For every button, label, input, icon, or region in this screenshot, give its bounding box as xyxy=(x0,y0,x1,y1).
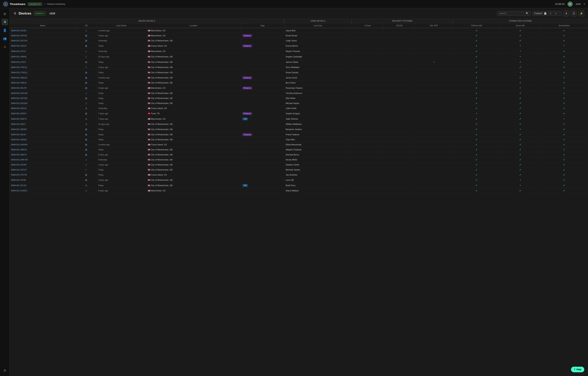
table-row[interactable]: BAM-001-0NKVW  Yesterday 🇬🇧 City of Wes… xyxy=(10,157,588,162)
table-row[interactable]: BAM-001-0P2NF  2 days ago 🇬🇧 City of We… xyxy=(10,162,588,167)
table-row[interactable]: BAM-001-02CGN ⊞ Yesterday 🇬🇧 City of Wes… xyxy=(10,38,588,43)
table-row[interactable]: BAM-001-0HKT4 Λ 7 days ago 🇺🇸 Manchester… xyxy=(10,116,588,122)
cell-intune xyxy=(352,75,384,80)
cell-last-online: 7 days ago xyxy=(96,111,146,116)
table-row[interactable]: BAM-001-08DUE ⊞ 4 weeks ago 🇬🇧 City of W… xyxy=(10,75,588,80)
table-row[interactable]: BAM-001-070UQ  2 days ago 🇬🇧 City of We… xyxy=(10,65,588,70)
table-row[interactable]: BAM-001-01PUD ⊞ 4 days ago 🇺🇸 Manchester… xyxy=(10,33,588,38)
save-icon[interactable]: 💾 xyxy=(544,12,548,15)
cell-last-online: 2 days ago xyxy=(96,65,146,70)
check-icon: ✓ xyxy=(563,189,565,192)
cell-tags xyxy=(241,101,284,106)
cell-name: BAM-001-0M2G1 xyxy=(10,147,76,152)
table-row[interactable]: BAM-001-0TLK4 Λ Today 🇬🇧 City of Westmin… xyxy=(10,183,588,188)
cell-sccm xyxy=(384,96,415,101)
cell-name: BAM-001-0MLT0 xyxy=(10,152,76,157)
device-table: DEVICE DETAILS USER DETAILS SECURITY SYS… xyxy=(10,19,588,193)
cell-azure-ad: • xyxy=(500,178,540,183)
table-row[interactable]: BAM-001-0015D  4 weeks ago 🇺🇸 Mancheste… xyxy=(10,28,588,33)
col-azure-ad[interactable]: Azure AD xyxy=(500,23,540,28)
col-os[interactable]: OS xyxy=(76,23,96,28)
check-icon: ✓ xyxy=(519,153,522,156)
col-location[interactable]: Location xyxy=(146,23,241,28)
table-row[interactable]: BAM-001-0SCFF  Today 🇬🇧 City of Westmin… xyxy=(10,167,588,172)
cell-location: 🇺🇸 Manchester, US xyxy=(146,85,241,91)
col-name[interactable]: Name xyxy=(10,23,76,28)
user-chevron-icon[interactable]: ▾ xyxy=(584,3,585,5)
cell-servicenow: ✓ xyxy=(540,188,588,193)
dropdown-icon[interactable]: ▾ xyxy=(555,12,560,15)
sandbox-badge[interactable]: Sandbox Fir xyxy=(28,2,42,6)
sidebar-item-devices[interactable]: 🖥 xyxy=(1,19,8,25)
sidebar-item-grid[interactable]: ⊞ xyxy=(1,10,8,17)
cell-last-user: William Matthews xyxy=(284,122,352,127)
cell-intune xyxy=(352,162,384,167)
search-input[interactable] xyxy=(499,12,524,15)
close-icon[interactable]: ✕ xyxy=(550,12,554,15)
cell-os: ⊞ xyxy=(76,38,96,43)
check-icon: ✓ xyxy=(475,102,478,105)
sidebar-item-alerts[interactable]: ⚠ xyxy=(1,43,8,50)
download-button[interactable]: ⬇ xyxy=(563,10,569,16)
search-box[interactable]: 🔍 xyxy=(497,11,531,16)
flash-button[interactable]: ⚡ xyxy=(578,10,584,16)
table-row[interactable]: BAM-001-09LYR ⊞ 6 days ago 🇺🇸 Manchester… xyxy=(10,85,588,91)
cell-name: BAM-001-0TI9R xyxy=(10,178,76,183)
avatar-initials: JT xyxy=(569,3,571,5)
table-row[interactable]: BAM-001-0TGT8 ⊞ Today 🇺🇸 Coney Island, U… xyxy=(10,172,588,178)
table-row[interactable]: BAM-001-0460N  10 days ago 🇬🇧 City of W… xyxy=(10,54,588,59)
cell-last-online: 3 days ago xyxy=(96,178,146,183)
active-chevron-icon: ▾ xyxy=(42,12,44,15)
custom-filter-box[interactable]: Custom* 💾 ✕ ▾ xyxy=(532,11,562,16)
check-icon: ✓ xyxy=(563,163,565,166)
avatar[interactable]: JT xyxy=(567,1,573,7)
sidebar-item-groups[interactable]: 👥 xyxy=(1,35,8,42)
table-row[interactable]: BAM-001-0MLT0 ⊞ 6 days ago 🇬🇧 City of We… xyxy=(10,152,588,157)
columns-button[interactable]: ☰ xyxy=(571,10,577,16)
cell-last-online: Today xyxy=(96,147,146,152)
col-servicenow[interactable]: ServiceNow xyxy=(540,23,588,28)
table-row[interactable]: BAM-001-0IEWX ⊞ Today 🇬🇧 City of Westmin… xyxy=(10,127,588,132)
check-icon: ✓ xyxy=(475,86,478,89)
cell-azure-ad: ✓ xyxy=(500,59,540,65)
table-row[interactable]: BAM-001-07WLQ ⊞ Today 🇬🇧 City of Westmin… xyxy=(10,70,588,75)
col-last-user[interactable]: Last User xyxy=(284,23,352,28)
table-row[interactable]: BAM-001-07IZU ⊞ Today 🇬🇧 City of Westmin… xyxy=(10,59,588,65)
table-row[interactable]: BAM-001-098UU ⊞ Today 🇬🇧 City of Westmin… xyxy=(10,80,588,85)
sidebar-item-user[interactable]: 👤 xyxy=(1,27,8,33)
table-row[interactable]: BAM-001-0DUDH  Today 🇬🇧 City of Westmin… xyxy=(10,101,588,106)
cell-last-user: Terry Whittaker xyxy=(284,65,352,70)
sidebar-item-settings[interactable]: ⚙ xyxy=(1,367,8,374)
active-filter-badge[interactable]: Active ▾ xyxy=(33,11,46,15)
col-onprem-ad[interactable]: OnPrem AD xyxy=(453,23,500,28)
table-row[interactable]: BAM-001-0E85V ⊞ 7 days ago 🇹🇳 Tunis, TN … xyxy=(10,111,588,116)
cell-name: BAM-001-0P2NF xyxy=(10,162,76,167)
table-row[interactable]: BAM-001-0E2U2 Λ Yesterday 🇺🇸 Coney Islan… xyxy=(10,106,588,111)
device-table-container[interactable]: DEVICE DETAILS USER DETAILS SECURITY SYS… xyxy=(10,19,588,376)
table-row[interactable]: BAM-001-0URD2  6 days ago 🇺🇸 Manchester… xyxy=(10,188,588,193)
logo[interactable]: ThreatAware xyxy=(3,1,26,7)
table-row[interactable]: BAM-001-0KEB3 ⊞ Today 🇬🇧 City of Westmin… xyxy=(10,137,588,142)
cell-last-user: Sophie Gregory xyxy=(284,111,352,116)
col-tags[interactable]: Tags xyxy=(241,23,284,28)
cell-last-online: 2 days ago xyxy=(96,162,146,167)
table-row[interactable]: BAM-001-0AXVM  Today 🇬🇧 City of Westmin… xyxy=(10,91,588,96)
col-sccm[interactable]: SCCM xyxy=(384,23,415,28)
cell-last-online: 6 days ago xyxy=(96,188,146,193)
col-last-online[interactable]: Last Online xyxy=(96,23,146,28)
clock: 22:08:18 xyxy=(555,3,565,5)
table-row[interactable]: BAM-001-0M2G1 ⊞ Today 🇬🇧 City of Westmin… xyxy=(10,147,588,152)
cell-onprem-ad: ✓ xyxy=(453,101,500,106)
col-def-atp[interactable]: Def. ATP xyxy=(415,23,453,28)
table-row[interactable]: BAM-001-0IK4U ⊞ Today 🇬🇧 City of Westmin… xyxy=(10,132,588,137)
cell-location: 🇬🇧 City of Westminster, GB xyxy=(146,75,241,80)
table-row[interactable]: BAM-001-0TI9R ⊞ 3 days ago 🇬🇧 City of We… xyxy=(10,178,588,183)
col-intune[interactable]: InTune xyxy=(352,23,384,28)
table-row[interactable]: BAM-001-032C5 ⊞ Today 🇺🇸 Coney Island, U… xyxy=(10,43,588,49)
os-windows-icon: ⊞ xyxy=(85,153,87,156)
table-row[interactable]: BAM-001-0I5C1 Λ 13 days ago 🇬🇧 City of W… xyxy=(10,122,588,127)
table-row[interactable]: BAM-001-0DTWZ ⊞ Today 🇬🇧 City of Westmin… xyxy=(10,96,588,101)
help-button[interactable]: ? Help xyxy=(571,367,584,372)
table-row[interactable]: BAM-001-0KW4H ⊞ 4 weeks ago 🇺🇸 Coney Isl… xyxy=(10,142,588,147)
table-row[interactable]: BAM-001-0372J  Yesterday 🇺🇸 Manchester,… xyxy=(10,49,588,54)
